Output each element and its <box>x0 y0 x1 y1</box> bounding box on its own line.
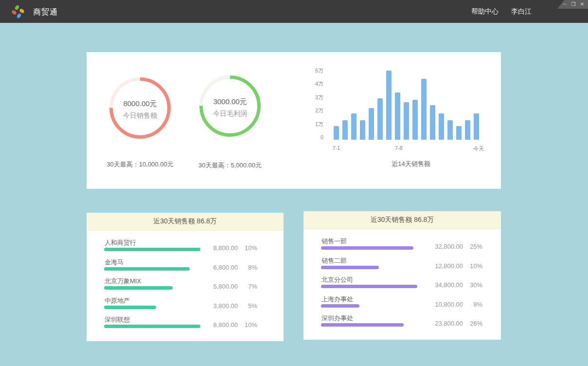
close-button-icon[interactable]: ✕ <box>579 2 585 7</box>
ranking-row-values: 12,800.0010% <box>303 262 482 270</box>
ranking-row: 人和商贸行8,800.0010% <box>87 238 284 258</box>
ranking-row-amount: 5,800.00 <box>213 283 238 290</box>
ranking-row-amount: 10,800.00 <box>435 301 463 308</box>
bar <box>334 126 339 140</box>
bar <box>439 113 444 140</box>
app-logo-icon <box>11 4 25 19</box>
ranking-row-percent: 30% <box>463 281 482 289</box>
ranking-row-amount: 32,800.00 <box>435 243 463 250</box>
bar <box>474 113 479 140</box>
x-tick-label: 今天 <box>473 145 484 152</box>
today-sales-donut: 8000.00元 今日销售额 <box>107 75 173 141</box>
help-center-link[interactable]: 帮助中心 <box>471 7 499 16</box>
x-tick-label: 7-8 <box>395 145 403 151</box>
ranking-row: 深圳办事处23,800.0026% <box>303 314 501 333</box>
bar <box>421 79 427 140</box>
today-profit-value: 3000.00元 <box>197 97 263 107</box>
department-ranking-title: 近30天销售额 86.8万 <box>303 211 501 229</box>
ranking-row-amount: 8,800.00 <box>213 321 238 329</box>
today-sales-value: 8000.00元 <box>107 99 173 109</box>
bar <box>404 102 409 140</box>
y-tick-label: 0 <box>296 134 323 141</box>
ranking-row-values: 6,800.008% <box>87 264 257 271</box>
bar <box>395 92 400 140</box>
ranking-row-percent: 10% <box>463 262 482 270</box>
ranking-row-values: 10,800.009% <box>303 301 482 308</box>
bar <box>386 71 392 140</box>
ranking-row: 销售一部32,800.0025% <box>303 237 501 256</box>
today-profit-footnote: 30天最高：5,000.00元 <box>177 161 284 170</box>
user-name-link[interactable]: 李白江 <box>511 7 532 16</box>
ranking-row-values: 23,800.0026% <box>303 320 482 327</box>
ranking-row: 北京分公司34,800.0030% <box>303 275 501 295</box>
overview-panel: 8000.00元 今日销售额 30天最高：10,000.00元 3000.00元… <box>87 52 501 189</box>
ranking-row-percent: 8% <box>238 264 257 271</box>
ranking-row: 金海马6,800.008% <box>87 258 284 277</box>
bar-chart-bars <box>334 67 482 140</box>
bar <box>465 120 470 140</box>
bar <box>369 108 374 140</box>
y-tick-label: 2万 <box>296 107 323 114</box>
maximize-button-icon[interactable]: ❐ <box>570 2 576 7</box>
y-tick-label: 4万 <box>296 80 323 87</box>
department-ranking-panel: 近30天销售额 86.8万 销售一部32,800.0025%销售二部12,800… <box>303 211 501 340</box>
department-ranking-rows: 销售一部32,800.0025%销售二部12,800.0010%北京分公司34,… <box>303 229 501 333</box>
bar <box>447 120 453 140</box>
bar-chart-caption: 近14天销售额 <box>362 160 460 168</box>
bar <box>456 126 462 140</box>
bar <box>360 120 365 140</box>
bar-chart-x-axis: 7-17-8今天 <box>87 145 501 152</box>
ranking-row: 北京万象MIX5,800.007% <box>87 277 284 296</box>
today-profit-label: 今日毛利润 <box>197 110 263 118</box>
customer-ranking-panel: 近30天销售额 86.8万 人和商贸行8,800.0010%金海马6,800.0… <box>87 213 284 341</box>
ranking-row: 深圳联想8,800.0010% <box>87 315 284 335</box>
ranking-row-percent: 9% <box>463 301 482 308</box>
ranking-row-values: 5,800.007% <box>87 283 257 290</box>
ranking-row-amount: 6,800.00 <box>213 264 238 271</box>
customer-ranking-rows: 人和商贸行8,800.0010%金海马6,800.008%北京万象MIX5,80… <box>87 231 284 335</box>
ranking-row-values: 32,800.0025% <box>303 243 482 250</box>
customer-ranking-title: 近30天销售额 86.8万 <box>87 213 284 231</box>
today-profit-donut: 3000.00元 今日毛利润 <box>197 73 263 139</box>
ranking-row-values: 8,800.0010% <box>87 244 257 252</box>
ranking-row: 销售二部12,800.0010% <box>303 256 501 276</box>
ranking-row-values: 8,800.0010% <box>87 321 257 329</box>
bar <box>342 120 348 140</box>
ranking-row-percent: 10% <box>238 244 257 252</box>
y-tick-label: 1万 <box>296 121 323 128</box>
ranking-row: 中原地产3,800.005% <box>87 296 284 316</box>
bar <box>430 105 435 140</box>
y-tick-label: 3万 <box>296 94 323 101</box>
ranking-row-amount: 12,800.00 <box>435 262 463 270</box>
minimize-button-icon[interactable]: ─ <box>562 2 568 7</box>
ranking-row-percent: 10% <box>238 321 257 329</box>
y-tick-label: 5万 <box>296 67 323 74</box>
ranking-row-amount: 3,800.00 <box>213 302 238 310</box>
bar <box>377 98 383 140</box>
ranking-row-percent: 26% <box>463 320 482 327</box>
ranking-row-percent: 5% <box>238 302 257 310</box>
ranking-row-percent: 7% <box>238 283 257 290</box>
app-title: 商贸通 <box>33 7 58 18</box>
ranking-row: 上海办事处10,800.009% <box>303 295 501 314</box>
bar <box>412 100 418 140</box>
bar-chart-y-axis: 01万2万3万4万5万 <box>296 52 323 149</box>
ranking-row-values: 34,800.0030% <box>303 281 482 289</box>
bar <box>351 113 356 140</box>
topbar: 商贸通 帮助中心 李白江 ─ ❐ ✕ <box>0 0 588 23</box>
today-sales-label: 今日销售额 <box>107 111 173 120</box>
x-tick-label: 7-1 <box>333 145 340 151</box>
topbar-links: 帮助中心 李白江 <box>471 0 532 23</box>
ranking-row-amount: 34,800.00 <box>435 281 463 289</box>
window-controls: ─ ❐ ✕ <box>557 0 588 9</box>
ranking-row-percent: 25% <box>463 243 482 250</box>
ranking-row-amount: 23,800.00 <box>435 320 463 327</box>
ranking-row-values: 3,800.005% <box>87 302 257 310</box>
ranking-row-amount: 8,800.00 <box>213 244 238 252</box>
